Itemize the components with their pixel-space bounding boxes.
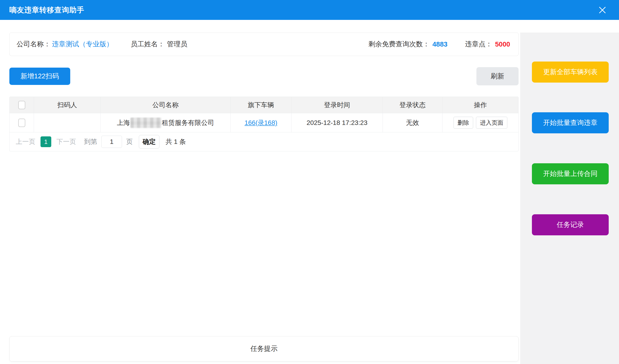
redacted-blur-patch — [130, 118, 161, 128]
goto-page-prefix-label: 到第 — [84, 137, 97, 146]
company-name-value: 违章测试（专业版） — [52, 40, 113, 49]
action-sidebar: 更新全部车辆列表 开始批量查询违章 开始批量上传合同 任务记录 — [520, 32, 619, 364]
task-tip-label: 任务提示 — [251, 344, 278, 353]
pagination-bar: 上一页 1 下一页 到第 页 确定 共 1 条 — [10, 132, 518, 151]
company-name-prefix: 上海 — [117, 118, 130, 127]
accounts-table: 扫码人 公司名称 旗下车辆 登录时间 登录状态 操作 上海租赁服务有限公司 16… — [9, 97, 519, 151]
header-login-status: 登录状态 — [383, 97, 442, 113]
prev-page-button[interactable]: 上一页 — [16, 137, 35, 146]
next-page-button[interactable]: 下一页 — [56, 137, 76, 146]
remaining-queries-value: 4883 — [432, 40, 448, 48]
row-select-cell — [10, 113, 34, 132]
task-tip-panel: 任务提示 — [9, 336, 519, 362]
account-info-right: 剩余免费查询次数： 4883 违章点： 5000 — [368, 40, 510, 49]
app-title: 嘀友违章转移查询助手 — [9, 5, 84, 15]
header-actions: 操作 — [442, 97, 518, 113]
account-info-card: 公司名称： 违章测试（专业版） 员工姓名： 管理员 剩余免费查询次数： 4883… — [9, 32, 519, 56]
header-vehicles: 旗下车辆 — [231, 97, 292, 113]
goto-page-confirm-button[interactable]: 确定 — [139, 135, 159, 148]
add-122-scan-button[interactable]: 新增122扫码 — [9, 67, 70, 85]
page-number-input[interactable] — [101, 136, 122, 148]
header-company: 公司名称 — [101, 97, 231, 113]
header-login-time: 登录时间 — [292, 97, 383, 113]
company-name-suffix: 租赁服务有限公司 — [162, 118, 214, 127]
row-login-status-cell: 无效 — [383, 113, 442, 132]
current-page-button[interactable]: 1 — [41, 136, 51, 147]
remaining-queries-label: 剩余免费查询次数： — [368, 40, 430, 49]
task-records-button[interactable]: 任务记录 — [532, 214, 609, 235]
enter-page-button[interactable]: 进入页面 — [476, 117, 507, 129]
account-info-left: 公司名称： 违章测试（专业版） 员工姓名： 管理员 — [17, 40, 187, 49]
close-button[interactable] — [598, 6, 607, 14]
goto-page-suffix-label: 页 — [126, 137, 133, 146]
row-vehicles-cell: 166(录168) — [231, 113, 292, 132]
employee-name-value: 管理员 — [167, 40, 187, 49]
company-name-label: 公司名称： — [17, 40, 51, 49]
batch-upload-contracts-button[interactable]: 开始批量上传合同 — [532, 163, 609, 184]
employee-name-label: 员工姓名： — [131, 40, 165, 49]
total-count-label: 共 1 条 — [166, 137, 186, 146]
close-icon — [598, 6, 606, 14]
table-row: 上海租赁服务有限公司 166(录168) 2025-12-18 17:23:23… — [10, 113, 518, 132]
row-company-cell: 上海租赁服务有限公司 — [101, 113, 231, 132]
violation-points-value: 5000 — [495, 40, 510, 48]
update-vehicle-list-button[interactable]: 更新全部车辆列表 — [532, 62, 609, 82]
table-header-row: 扫码人 公司名称 旗下车辆 登录时间 登录状态 操作 — [10, 97, 518, 113]
title-bar: 嘀友违章转移查询助手 — [0, 0, 619, 20]
row-login-time-cell: 2025-12-18 17:23:23 — [292, 113, 383, 132]
delete-button[interactable]: 删除 — [453, 117, 473, 129]
batch-query-violations-button[interactable]: 开始批量查询违章 — [532, 112, 609, 133]
select-all-checkbox[interactable] — [18, 101, 25, 109]
vehicles-count-link[interactable]: 166(录168) — [244, 118, 277, 127]
header-scanner: 扫码人 — [34, 97, 101, 113]
row-checkbox[interactable] — [18, 119, 25, 127]
refresh-button[interactable]: 刷新 — [477, 67, 519, 85]
header-select-all-cell — [10, 97, 34, 113]
violation-points-label: 违章点： — [465, 40, 492, 49]
row-actions-cell: 删除 进入页面 — [442, 113, 518, 132]
row-scanner-cell — [34, 113, 101, 132]
